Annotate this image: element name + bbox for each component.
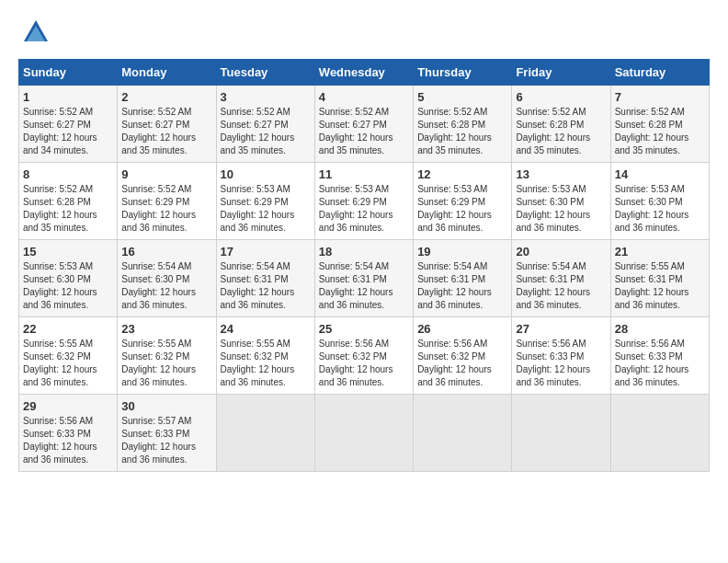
calendar-cell: 15 Sunrise: 5:53 AMSunset: 6:30 PMDaylig… bbox=[19, 240, 118, 317]
day-info: Sunrise: 5:55 AMSunset: 6:32 PMDaylight:… bbox=[221, 339, 295, 387]
day-info: Sunrise: 5:52 AMSunset: 6:27 PMDaylight:… bbox=[319, 107, 393, 155]
calendar-week-row: 29 Sunrise: 5:56 AMSunset: 6:33 PMDaylig… bbox=[19, 395, 710, 472]
day-info: Sunrise: 5:55 AMSunset: 6:32 PMDaylight:… bbox=[23, 339, 97, 387]
calendar-cell: 14 Sunrise: 5:53 AMSunset: 6:30 PMDaylig… bbox=[610, 163, 709, 240]
day-info: Sunrise: 5:55 AMSunset: 6:31 PMDaylight:… bbox=[615, 261, 689, 310]
day-number: 20 bbox=[516, 245, 606, 259]
day-number: 9 bbox=[121, 167, 211, 181]
day-number: 25 bbox=[319, 322, 409, 336]
calendar-week-row: 22 Sunrise: 5:55 AMSunset: 6:32 PMDaylig… bbox=[19, 317, 710, 395]
day-info: Sunrise: 5:54 AMSunset: 6:31 PMDaylight:… bbox=[221, 261, 295, 310]
calendar-cell: 5 Sunrise: 5:52 AMSunset: 6:28 PMDayligh… bbox=[414, 86, 512, 163]
calendar-cell: 26 Sunrise: 5:56 AMSunset: 6:32 PMDaylig… bbox=[414, 317, 512, 395]
calendar-header-friday: Friday bbox=[512, 60, 610, 86]
day-number: 16 bbox=[121, 245, 211, 259]
day-number: 23 bbox=[121, 322, 211, 336]
calendar-cell: 3 Sunrise: 5:52 AMSunset: 6:27 PMDayligh… bbox=[216, 86, 314, 163]
logo-icon bbox=[22, 18, 50, 50]
calendar-cell bbox=[512, 395, 610, 472]
day-info: Sunrise: 5:52 AMSunset: 6:29 PMDaylight:… bbox=[121, 184, 196, 233]
day-info: Sunrise: 5:54 AMSunset: 6:31 PMDaylight:… bbox=[417, 261, 492, 310]
day-number: 12 bbox=[417, 167, 507, 181]
calendar-cell: 23 Sunrise: 5:55 AMSunset: 6:32 PMDaylig… bbox=[118, 317, 216, 395]
day-number: 14 bbox=[615, 167, 705, 181]
calendar-cell: 12 Sunrise: 5:53 AMSunset: 6:29 PMDaylig… bbox=[414, 163, 512, 240]
calendar-cell bbox=[610, 395, 709, 472]
day-info: Sunrise: 5:52 AMSunset: 6:27 PMDaylight:… bbox=[23, 107, 97, 155]
day-number: 3 bbox=[221, 90, 311, 104]
day-info: Sunrise: 5:52 AMSunset: 6:27 PMDaylight:… bbox=[121, 107, 196, 155]
day-info: Sunrise: 5:52 AMSunset: 6:27 PMDaylight:… bbox=[221, 107, 295, 155]
calendar-cell: 30 Sunrise: 5:57 AMSunset: 6:33 PMDaylig… bbox=[118, 395, 216, 472]
calendar-cell: 11 Sunrise: 5:53 AMSunset: 6:29 PMDaylig… bbox=[314, 163, 413, 240]
day-number: 29 bbox=[23, 399, 113, 413]
calendar-cell: 20 Sunrise: 5:54 AMSunset: 6:31 PMDaylig… bbox=[512, 240, 610, 317]
day-number: 1 bbox=[23, 90, 113, 104]
calendar-cell: 19 Sunrise: 5:54 AMSunset: 6:31 PMDaylig… bbox=[414, 240, 512, 317]
calendar-cell: 4 Sunrise: 5:52 AMSunset: 6:27 PMDayligh… bbox=[314, 86, 413, 163]
calendar-cell: 17 Sunrise: 5:54 AMSunset: 6:31 PMDaylig… bbox=[216, 240, 314, 317]
day-number: 19 bbox=[417, 245, 507, 259]
calendar-cell: 1 Sunrise: 5:52 AMSunset: 6:27 PMDayligh… bbox=[19, 86, 118, 163]
day-number: 17 bbox=[221, 245, 311, 259]
calendar-cell: 9 Sunrise: 5:52 AMSunset: 6:29 PMDayligh… bbox=[118, 163, 216, 240]
calendar-week-row: 15 Sunrise: 5:53 AMSunset: 6:30 PMDaylig… bbox=[19, 240, 710, 317]
day-info: Sunrise: 5:52 AMSunset: 6:28 PMDaylight:… bbox=[516, 107, 590, 155]
day-info: Sunrise: 5:56 AMSunset: 6:33 PMDaylight:… bbox=[615, 339, 689, 387]
calendar-week-row: 1 Sunrise: 5:52 AMSunset: 6:27 PMDayligh… bbox=[19, 86, 710, 163]
calendar-header-sunday: Sunday bbox=[19, 60, 118, 86]
day-number: 8 bbox=[23, 167, 113, 181]
day-info: Sunrise: 5:56 AMSunset: 6:32 PMDaylight:… bbox=[417, 339, 492, 387]
day-number: 13 bbox=[516, 167, 606, 181]
day-info: Sunrise: 5:56 AMSunset: 6:33 PMDaylight:… bbox=[23, 416, 97, 465]
day-info: Sunrise: 5:53 AMSunset: 6:30 PMDaylight:… bbox=[23, 261, 97, 310]
day-info: Sunrise: 5:56 AMSunset: 6:32 PMDaylight:… bbox=[319, 339, 393, 387]
day-number: 4 bbox=[319, 90, 409, 104]
calendar-header-tuesday: Tuesday bbox=[216, 60, 314, 86]
day-info: Sunrise: 5:52 AMSunset: 6:28 PMDaylight:… bbox=[23, 184, 97, 233]
calendar-cell: 2 Sunrise: 5:52 AMSunset: 6:27 PMDayligh… bbox=[118, 86, 216, 163]
calendar-cell: 16 Sunrise: 5:54 AMSunset: 6:30 PMDaylig… bbox=[118, 240, 216, 317]
day-info: Sunrise: 5:53 AMSunset: 6:30 PMDaylight:… bbox=[516, 184, 590, 233]
calendar-cell: 8 Sunrise: 5:52 AMSunset: 6:28 PMDayligh… bbox=[19, 163, 118, 240]
day-number: 27 bbox=[516, 322, 606, 336]
day-info: Sunrise: 5:53 AMSunset: 6:29 PMDaylight:… bbox=[417, 184, 492, 233]
calendar-header-row: SundayMondayTuesdayWednesdayThursdayFrid… bbox=[19, 60, 710, 86]
calendar-cell: 24 Sunrise: 5:55 AMSunset: 6:32 PMDaylig… bbox=[216, 317, 314, 395]
calendar-header-wednesday: Wednesday bbox=[314, 60, 413, 86]
day-info: Sunrise: 5:52 AMSunset: 6:28 PMDaylight:… bbox=[615, 107, 689, 155]
day-info: Sunrise: 5:54 AMSunset: 6:31 PMDaylight:… bbox=[319, 261, 393, 310]
day-info: Sunrise: 5:54 AMSunset: 6:30 PMDaylight:… bbox=[121, 261, 196, 310]
calendar-week-row: 8 Sunrise: 5:52 AMSunset: 6:28 PMDayligh… bbox=[19, 163, 710, 240]
calendar-cell bbox=[216, 395, 314, 472]
calendar-cell: 25 Sunrise: 5:56 AMSunset: 6:32 PMDaylig… bbox=[314, 317, 413, 395]
day-number: 6 bbox=[516, 90, 606, 104]
calendar-cell: 29 Sunrise: 5:56 AMSunset: 6:33 PMDaylig… bbox=[19, 395, 118, 472]
calendar-cell: 21 Sunrise: 5:55 AMSunset: 6:31 PMDaylig… bbox=[610, 240, 709, 317]
calendar-cell: 6 Sunrise: 5:52 AMSunset: 6:28 PMDayligh… bbox=[512, 86, 610, 163]
day-number: 7 bbox=[615, 90, 705, 104]
day-number: 5 bbox=[417, 90, 507, 104]
day-info: Sunrise: 5:53 AMSunset: 6:29 PMDaylight:… bbox=[221, 184, 295, 233]
day-number: 18 bbox=[319, 245, 409, 259]
calendar-cell: 18 Sunrise: 5:54 AMSunset: 6:31 PMDaylig… bbox=[314, 240, 413, 317]
day-info: Sunrise: 5:55 AMSunset: 6:32 PMDaylight:… bbox=[121, 339, 196, 387]
page-header bbox=[18, 18, 710, 50]
calendar-cell: 28 Sunrise: 5:56 AMSunset: 6:33 PMDaylig… bbox=[610, 317, 709, 395]
calendar-header-saturday: Saturday bbox=[610, 60, 709, 86]
day-number: 21 bbox=[615, 245, 705, 259]
calendar-cell: 22 Sunrise: 5:55 AMSunset: 6:32 PMDaylig… bbox=[19, 317, 118, 395]
day-number: 26 bbox=[417, 322, 507, 336]
day-info: Sunrise: 5:53 AMSunset: 6:29 PMDaylight:… bbox=[319, 184, 393, 233]
day-info: Sunrise: 5:57 AMSunset: 6:33 PMDaylight:… bbox=[121, 416, 196, 465]
day-number: 24 bbox=[221, 322, 311, 336]
day-info: Sunrise: 5:52 AMSunset: 6:28 PMDaylight:… bbox=[417, 107, 492, 155]
calendar-cell bbox=[314, 395, 413, 472]
day-number: 11 bbox=[319, 167, 409, 181]
day-number: 30 bbox=[121, 399, 211, 413]
day-info: Sunrise: 5:56 AMSunset: 6:33 PMDaylight:… bbox=[516, 339, 590, 387]
day-number: 22 bbox=[23, 322, 113, 336]
day-number: 10 bbox=[221, 167, 311, 181]
day-number: 28 bbox=[615, 322, 705, 336]
day-info: Sunrise: 5:54 AMSunset: 6:31 PMDaylight:… bbox=[516, 261, 590, 310]
